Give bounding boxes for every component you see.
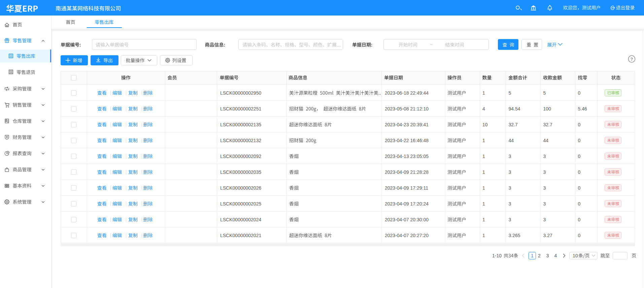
svg-text:32.7: 32.7	[543, 122, 552, 127]
svg-text:1: 1	[482, 169, 485, 175]
svg-text:100: 100	[543, 106, 551, 111]
svg-text:0: 0	[578, 138, 581, 143]
svg-text:LSCK00000002132: LSCK00000002132	[220, 138, 261, 143]
svg-text:10: 10	[482, 122, 488, 127]
svg-text:3: 3	[509, 201, 511, 206]
svg-text:2023-04-09 17:20:24: 2023-04-09 17:20:24	[385, 201, 429, 206]
svg-text:2023-04-07 20:30:00: 2023-04-07 20:30:00	[385, 217, 429, 222]
svg-text:1: 1	[482, 233, 485, 238]
svg-text:LSCK00000002092: LSCK00000002092	[220, 154, 261, 159]
svg-text:~: ~	[430, 42, 433, 47]
svg-text:?: ?	[631, 57, 633, 62]
svg-text:10: 10	[573, 253, 578, 258]
svg-text:1: 1	[531, 253, 534, 258]
svg-text:3.27: 3.27	[543, 233, 552, 238]
svg-text:44: 44	[543, 138, 549, 143]
svg-text:0: 0	[578, 169, 581, 175]
svg-text:0: 0	[578, 154, 581, 159]
svg-text:2023-04-09 17:29:11: 2023-04-09 17:29:11	[385, 185, 428, 191]
svg-text:0: 0	[578, 233, 581, 238]
svg-text:3: 3	[543, 185, 546, 191]
svg-text:5.46: 5.46	[578, 106, 587, 111]
svg-text:LSCK00000002026: LSCK00000002026	[220, 185, 261, 191]
svg-text:LSCK00000002251: LSCK00000002251	[220, 106, 261, 111]
svg-text:2023-05-08 21:12:10: 2023-05-08 21:12:10	[385, 106, 429, 111]
svg-text:LSCK00000002135: LSCK00000002135	[220, 122, 261, 127]
svg-text:1: 1	[482, 185, 485, 191]
svg-text:2023-04-07 20:27:20: 2023-04-07 20:27:20	[385, 233, 429, 238]
svg-text:LSCK00000002021: LSCK00000002021	[220, 233, 261, 238]
svg-text:3: 3	[509, 154, 511, 159]
svg-text:3: 3	[543, 201, 546, 206]
svg-text:0: 0	[578, 217, 581, 222]
svg-text:1: 1	[482, 217, 485, 222]
svg-text:0: 0	[578, 201, 581, 206]
svg-text:2023-04-09 21:28:28: 2023-04-09 21:28:28	[385, 169, 429, 175]
svg-text:LSCK00000002025: LSCK00000002025	[220, 201, 261, 206]
svg-text:3: 3	[546, 253, 549, 258]
svg-text:44: 44	[509, 138, 514, 143]
svg-text:4: 4	[554, 253, 557, 258]
svg-text:0: 0	[578, 185, 581, 191]
svg-text:0: 0	[578, 122, 581, 127]
svg-text:LSCK00000002035: LSCK00000002035	[220, 169, 261, 175]
svg-text:2023-04-22 16:46:48: 2023-04-22 16:46:48	[385, 138, 429, 143]
svg-text:3: 3	[543, 154, 546, 159]
svg-text:5: 5	[543, 90, 546, 96]
svg-text:LSCK00000002024: LSCK00000002024	[220, 217, 261, 222]
svg-text:1: 1	[482, 90, 485, 96]
svg-text:2023-04-23 20:39:41: 2023-04-23 20:39:41	[385, 122, 429, 127]
svg-text:4: 4	[482, 106, 485, 111]
svg-text:32.7: 32.7	[509, 122, 518, 127]
svg-text:5: 5	[509, 90, 511, 96]
svg-text:2023-04-13 23:05:05: 2023-04-13 23:05:05	[385, 154, 429, 159]
svg-text:2023-06-18 22:49:44: 2023-06-18 22:49:44	[385, 90, 429, 96]
svg-text:1: 1	[482, 201, 485, 206]
svg-text:LSCK00000002950: LSCK00000002950	[220, 90, 261, 96]
svg-text:3.265: 3.265	[509, 233, 520, 238]
svg-text:0: 0	[578, 90, 581, 96]
svg-text:1: 1	[482, 154, 485, 159]
svg-text:3: 3	[509, 169, 511, 175]
svg-text:3: 3	[509, 185, 511, 191]
svg-text:3: 3	[543, 217, 546, 222]
svg-text:3: 3	[543, 169, 546, 175]
svg-text:94.54: 94.54	[509, 106, 520, 111]
svg-text:1: 1	[482, 138, 485, 143]
svg-text:1-10: 1-10	[492, 253, 502, 258]
svg-text:3: 3	[509, 217, 511, 222]
svg-text:2: 2	[538, 253, 541, 258]
